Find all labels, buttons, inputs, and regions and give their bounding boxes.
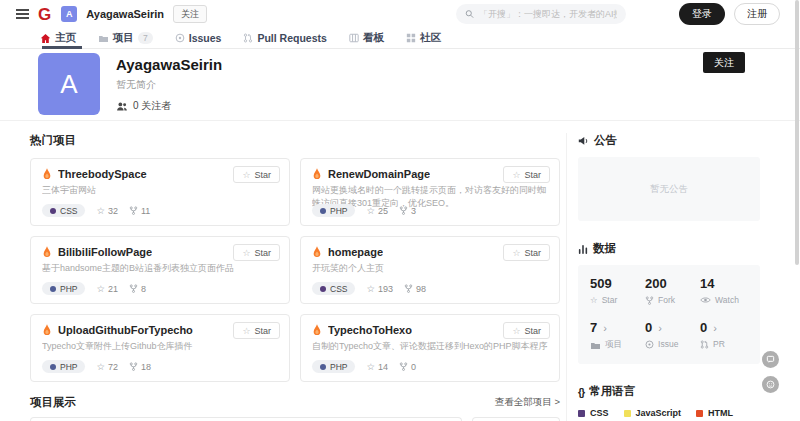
floating-feedback-button[interactable]	[762, 351, 779, 368]
star-button[interactable]: ☆Star	[233, 166, 280, 183]
tab-community[interactable]: 社区	[406, 28, 441, 48]
fork-count[interactable]: 11	[129, 206, 150, 216]
language-item: JavaScript	[624, 408, 682, 418]
view-all-projects-link[interactable]: 查看全部项目 >	[495, 396, 560, 409]
chevron-right-icon: ›	[713, 322, 717, 334]
showcase-card-stub[interactable]	[30, 417, 462, 421]
announcement-section: 公告 暂无公告	[578, 133, 760, 221]
languages-list: CSS JavaScript HTML Lua PHP	[578, 408, 760, 421]
star-count[interactable]: ☆25	[366, 205, 388, 216]
eye-icon	[700, 296, 711, 304]
tab-label: 社区	[420, 31, 441, 45]
star-icon: ☆	[96, 361, 105, 372]
star-button[interactable]: ☆Star	[503, 322, 550, 339]
stat-fork[interactable]: 200 Fork	[645, 276, 700, 305]
smiley-icon	[766, 380, 775, 389]
flame-icon	[312, 246, 322, 258]
project-card[interactable]: homepage ☆Star 开玩笑的个人主页 CSS ☆193 98	[300, 236, 560, 304]
search-input[interactable]	[479, 9, 617, 19]
star-count[interactable]: ☆193	[366, 283, 393, 294]
flame-icon	[312, 324, 322, 336]
project-description: 三体宇宙网站	[42, 184, 278, 197]
stat-watch[interactable]: 14 Watch	[700, 276, 748, 305]
language-item: HTML	[696, 408, 733, 418]
project-card[interactable]: RenewDomainPage ☆Star 网站更换域名时的一个跳转提示页面，对…	[300, 158, 560, 226]
stat-issues[interactable]: 0› Issue	[645, 320, 700, 351]
tab-projects[interactable]: 项目 7	[98, 28, 153, 48]
profile-bio: 暂无简介	[116, 78, 800, 92]
gitee-logo[interactable]: G	[38, 6, 51, 23]
project-name[interactable]: TypechoToHexo	[328, 324, 412, 336]
sidebar: 公告 暂无公告 数据 509 ☆Star 200 Fork	[566, 133, 760, 421]
folder-icon	[98, 34, 109, 43]
fork-icon	[129, 362, 138, 371]
language-color-swatch	[578, 410, 585, 417]
star-button[interactable]: ☆Star	[503, 166, 550, 183]
tab-label: Issues	[189, 32, 222, 44]
floating-service-button[interactable]	[762, 376, 779, 393]
fork-count[interactable]: 18	[129, 362, 151, 372]
stat-projects[interactable]: 7› 项目	[590, 320, 645, 351]
project-card[interactable]: UploadGithubForTypecho ☆Star Typecho文章附件…	[30, 314, 290, 382]
issue-icon	[175, 33, 185, 43]
language-dot	[320, 208, 326, 214]
language-item: CSS	[578, 408, 609, 418]
star-icon: ☆	[512, 326, 520, 336]
showcase-section: 项目展示 查看全部项目 >	[30, 395, 560, 421]
search-box[interactable]	[456, 4, 626, 24]
project-card[interactable]: ThreebodySpace ☆Star 三体宇宙网站 CSS ☆32 11	[30, 158, 290, 226]
project-card[interactable]: BilibiliFollowPage ☆Star 基于handsome主题的B站…	[30, 236, 290, 304]
fork-count[interactable]: 8	[129, 284, 146, 294]
star-count[interactable]: ☆32	[96, 205, 118, 216]
header-username[interactable]: AyagawaSeirin	[86, 8, 164, 20]
login-button[interactable]: 登录	[679, 3, 725, 25]
fork-count[interactable]: 3	[399, 206, 416, 216]
language-dot	[50, 364, 56, 370]
project-name[interactable]: ThreebodySpace	[58, 168, 147, 180]
followers-count: 0 关注者	[133, 99, 171, 113]
followers-row[interactable]: 0 关注者	[116, 99, 800, 113]
fork-count[interactable]: 98	[404, 284, 426, 294]
chevron-right-icon: ›	[603, 322, 607, 334]
language-pill: PHP	[42, 282, 85, 295]
star-button[interactable]: ☆Star	[503, 244, 550, 261]
project-name[interactable]: homepage	[328, 246, 383, 258]
star-count[interactable]: ☆14	[366, 361, 388, 372]
fork-count[interactable]: 0	[399, 362, 416, 372]
project-card[interactable]: TypechoToHexo ☆Star 自制的Typecho文章、评论数据迁移到…	[300, 314, 560, 382]
profile-avatar: A	[38, 53, 100, 115]
tab-board[interactable]: 看板	[349, 28, 384, 48]
project-name[interactable]: UploadGithubForTypecho	[58, 324, 193, 336]
stat-prs[interactable]: 0› PR	[700, 320, 748, 351]
scrollbar-thumb[interactable]	[795, 0, 799, 265]
announcement-title: 公告	[594, 133, 617, 148]
follow-button[interactable]: 关注	[703, 52, 745, 73]
star-count[interactable]: ☆21	[96, 283, 118, 294]
project-name[interactable]: RenewDomainPage	[328, 168, 430, 180]
register-button[interactable]: 注册	[734, 3, 780, 25]
project-description: 自制的Typecho文章、评论数据迁移到Hexo的PHP脚本程序	[312, 340, 548, 353]
showcase-card-stub[interactable]	[472, 417, 560, 421]
tab-home[interactable]: 主页	[40, 28, 76, 48]
fork-icon	[645, 296, 654, 305]
star-button[interactable]: ☆Star	[233, 244, 280, 261]
flame-icon	[42, 324, 52, 336]
feedback-icon	[766, 355, 775, 364]
project-name[interactable]: BilibiliFollowPage	[58, 246, 152, 258]
star-icon: ☆	[366, 361, 375, 372]
stat-star[interactable]: 509 ☆Star	[590, 276, 645, 305]
star-count[interactable]: ☆72	[96, 361, 118, 372]
tab-issues[interactable]: Issues	[175, 28, 222, 48]
languages-title: 常用语言	[589, 384, 635, 399]
announcement-empty-text: 暂无公告	[650, 183, 688, 196]
home-icon	[40, 33, 51, 44]
stats-section: 数据 509 ☆Star 200 Fork 14	[578, 241, 760, 364]
language-pill: CSS	[312, 282, 355, 295]
star-button[interactable]: ☆Star	[233, 322, 280, 339]
hamburger-menu-icon[interactable]	[16, 9, 29, 19]
header-follow-chip[interactable]: 关注	[173, 5, 207, 23]
tab-pull-requests[interactable]: Pull Requests	[243, 28, 326, 48]
star-icon: ☆	[366, 205, 375, 216]
profile-nav: 主页 项目 7 Issues Pull Requests 看板 社区	[0, 28, 800, 49]
flame-icon	[42, 246, 52, 258]
